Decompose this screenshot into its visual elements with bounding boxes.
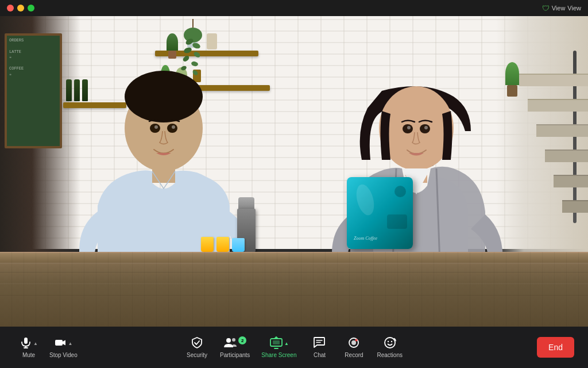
maximize-button[interactable]	[28, 5, 34, 12]
stop-video-button[interactable]: ▲ Stop Video	[46, 330, 81, 365]
cups-area	[201, 237, 245, 252]
stop-video-label: Stop Video	[49, 352, 78, 358]
svg-rect-2	[152, 163, 175, 183]
view-text[interactable]: View	[567, 5, 581, 12]
svg-point-26	[385, 338, 395, 348]
svg-rect-13	[24, 338, 28, 344]
participants-icon	[223, 336, 237, 351]
mute-caret[interactable]: ▲	[33, 341, 38, 346]
security-button[interactable]: Security	[182, 330, 212, 365]
reactions-icon	[384, 336, 396, 351]
coffee-machine: Zoom Coffee	[347, 177, 421, 252]
svg-rect-16	[55, 340, 63, 346]
window-controls	[7, 5, 34, 12]
svg-point-28	[391, 341, 392, 342]
end-button[interactable]: End	[537, 337, 574, 358]
svg-point-18	[232, 338, 235, 342]
record-label: Record	[345, 352, 363, 358]
chat-icon	[313, 336, 326, 351]
record-button[interactable]: Record	[339, 330, 369, 365]
minimize-button[interactable]	[17, 5, 24, 12]
video-area: ORDERS LATTE ☕ COFFEE ☕	[0, 16, 588, 327]
share-screen-icon	[269, 336, 283, 351]
toolbar-left: ▲ Mute ▲ Stop Video	[14, 330, 81, 365]
toolbar: ▲ Mute ▲ Stop Video	[0, 327, 588, 368]
mute-label: Mute	[22, 352, 35, 358]
toolbar-right: End	[537, 337, 574, 358]
mic-icon	[20, 336, 32, 351]
svg-point-11	[407, 126, 411, 129]
chat-button[interactable]: Chat	[304, 330, 334, 365]
svg-point-1	[125, 71, 203, 122]
participants-label: Participants	[220, 352, 250, 358]
mute-button[interactable]: ▲ Mute	[14, 330, 44, 365]
svg-point-5	[154, 125, 158, 129]
share-screen-label: Share Screen	[261, 352, 296, 358]
svg-point-27	[388, 341, 389, 342]
svg-point-12	[424, 126, 428, 129]
end-label: End	[548, 343, 563, 352]
close-button[interactable]	[7, 5, 14, 12]
counter	[0, 252, 588, 327]
camera-icon	[54, 336, 67, 351]
share-screen-button[interactable]: ▲ Share Screen	[258, 330, 300, 365]
shield-icon: 🛡	[542, 4, 550, 13]
toolbar-center: Security 2 Participants	[182, 330, 406, 365]
view-label[interactable]: View	[552, 5, 566, 12]
security-icon	[191, 336, 203, 351]
reactions-label: Reactions	[377, 352, 402, 358]
title-bar: 🛡 View View	[0, 0, 588, 16]
video-caret[interactable]: ▲	[68, 341, 72, 346]
svg-point-25	[355, 339, 358, 342]
security-label: Security	[187, 352, 207, 358]
participants-button[interactable]: 2 Participants	[216, 330, 253, 365]
svg-point-6	[172, 125, 175, 129]
svg-rect-20	[273, 340, 280, 344]
title-bar-right: 🛡 View View	[542, 4, 581, 13]
record-icon	[347, 336, 360, 351]
svg-point-24	[351, 340, 356, 345]
reactions-button[interactable]: Reactions	[373, 330, 405, 365]
share-caret[interactable]: ▲	[284, 341, 289, 346]
chat-label: Chat	[314, 352, 326, 358]
svg-point-17	[226, 338, 231, 343]
participants-count: 2	[238, 336, 246, 344]
